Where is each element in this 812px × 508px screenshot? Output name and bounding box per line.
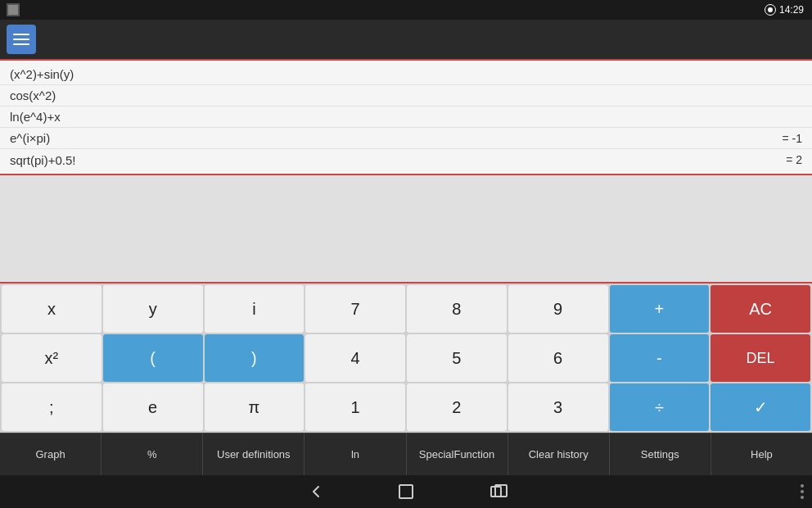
menu-line-1 [13,34,29,35]
key-6[interactable]: 6 [508,334,608,382]
expression-row-2[interactable]: ln(e^4)+x [0,107,812,128]
nav-dot-3 [801,496,804,499]
app-icon [7,3,20,16]
expression-text-4: sqrt(pi)+0.5! [10,153,75,167]
clear-history-label: Clear history [529,448,589,460]
key-y[interactable]: y [103,285,203,333]
key-ac[interactable]: AC [710,285,810,333]
key-plus[interactable]: + [610,285,710,333]
key-3[interactable]: 3 [508,383,608,431]
key-open-paren[interactable]: ( [103,334,203,382]
key-enter[interactable]: ✓ [710,383,810,431]
expression-text-3: e^(i×pi) [10,131,50,145]
key-row-3: ; e π 1 2 3 ÷ ✓ [2,383,810,431]
toolbar [0,20,812,59]
menu-line-3 [13,43,29,45]
expression-row-0[interactable]: (x^2)+sin(y) [0,64,812,85]
nav-home-button[interactable] [394,479,418,504]
key-row-2: x² ( ) 4 5 6 - DEL [2,334,810,382]
graph-label: Graph [35,448,65,460]
key-del[interactable]: DEL [710,334,810,382]
menu-button[interactable] [7,25,36,54]
status-icons [765,4,776,16]
key-4[interactable]: 4 [305,334,405,382]
key-8[interactable]: 8 [407,285,507,333]
key-1[interactable]: 1 [305,383,405,431]
key-semicolon[interactable]: ; [2,383,102,431]
nav-back-button[interactable] [304,479,328,504]
bottom-btn-clear[interactable]: Clear history [508,433,610,475]
wifi-icon [765,4,776,16]
key-9[interactable]: 9 [508,285,608,333]
key-7[interactable]: 7 [305,285,405,333]
key-5[interactable]: 5 [407,334,507,382]
nav-dot-2 [801,490,804,493]
key-pi[interactable]: π [205,383,304,431]
status-time: 14:29 [779,4,804,16]
expression-row-1[interactable]: cos(x^2) [0,85,812,107]
display-area: (x^2)+sin(y) cos(x^2) ln(e^4)+x e^(i×pi)… [0,59,812,175]
ln-label: ln [351,448,359,460]
key-divide[interactable]: ÷ [610,383,710,431]
key-i[interactable]: i [205,285,304,333]
expression-text-1: cos(x^2) [10,88,56,102]
key-2[interactable]: 2 [407,383,507,431]
nav-dots [801,484,804,499]
special-fn-label: SpecialFunction [419,448,495,460]
bottom-toolbar: Graph % User definitions ln SpecialFunct… [0,433,812,475]
settings-label: Settings [641,448,679,460]
nav-bar [0,475,812,508]
expression-text-0: (x^2)+sin(y) [10,67,74,81]
empty-space [0,175,812,282]
expression-result-3: = -1 [782,132,802,145]
nav-dot-1 [801,484,804,488]
key-row-1: x y i 7 8 9 + AC [2,285,810,333]
key-minus[interactable]: - [610,334,710,382]
nav-recent-icon [490,486,502,497]
nav-home-icon [399,484,413,499]
bottom-btn-ln[interactable]: ln [304,433,406,475]
bottom-btn-help[interactable]: Help [711,433,812,475]
key-e[interactable]: e [103,383,203,431]
bottom-btn-special[interactable]: SpecialFunction [407,433,508,475]
expression-row-3[interactable]: e^(i×pi) = -1 [0,128,812,149]
key-close-paren[interactable]: ) [205,334,304,382]
user-def-label: User definitions [217,448,291,460]
bottom-btn-user-def[interactable]: User definitions [203,433,304,475]
menu-line-2 [13,39,29,40]
key-x-squared[interactable]: x² [2,334,102,382]
calculator-keyboard: x y i 7 8 9 + AC x² ( ) 4 5 6 - DEL ; e … [0,283,812,433]
bottom-btn-graph[interactable]: Graph [0,433,102,475]
bottom-btn-percent[interactable]: % [102,433,203,475]
expression-row-4[interactable]: sqrt(pi)+0.5! = 2 [0,149,812,170]
expression-text-2: ln(e^4)+x [10,110,61,124]
svg-rect-0 [8,5,18,15]
nav-recent-button[interactable] [484,479,508,504]
expression-result-4: = 2 [786,153,802,166]
status-bar: 14:29 [0,0,812,20]
percent-label: % [147,448,157,460]
bottom-btn-settings[interactable]: Settings [610,433,711,475]
help-label: Help [751,448,773,460]
key-x[interactable]: x [2,285,102,333]
